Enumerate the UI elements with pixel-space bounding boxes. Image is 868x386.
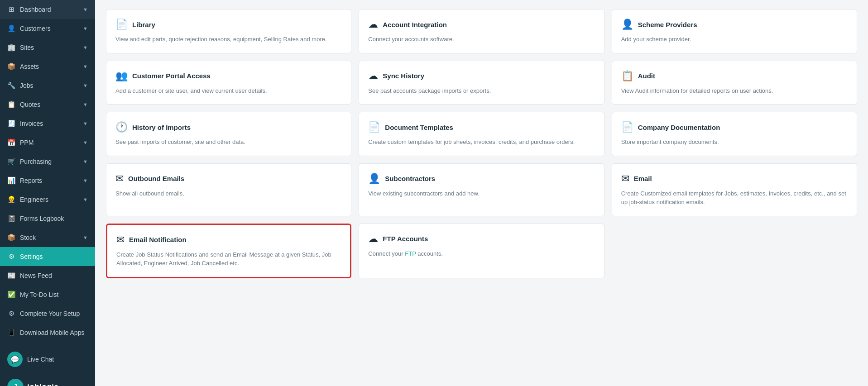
card-library[interactable]: 📄 Library View and edit parts, quote rej… <box>106 9 351 53</box>
live-chat-icon: 💬 <box>7 352 23 367</box>
ftp-accounts-title: FTP Accounts <box>383 235 428 243</box>
company-documentation-title: Company Documentation <box>638 124 720 131</box>
account-integration-icon: ☁ <box>368 19 378 30</box>
sidebar-label-news-feed: News Feed <box>20 272 52 279</box>
email-title: Email <box>634 175 652 182</box>
outbound-emails-icon: ✉ <box>115 173 124 185</box>
sidebar-item-engineers[interactable]: 👷 Engineers ▼ <box>0 190 95 209</box>
sidebar-item-live-chat[interactable]: 💬 Live Chat <box>0 346 95 372</box>
sidebar-item-forms-logbook[interactable]: 📓 Forms Logbook <box>0 209 95 228</box>
sidebar-item-my-to-do-list[interactable]: ✅ My To-Do List <box>0 285 95 304</box>
engineers-icon: 👷 <box>7 195 15 204</box>
outbound-emails-description: Show all outbound emails. <box>115 189 342 198</box>
sidebar-item-sites[interactable]: 🏢 Sites ▼ <box>0 38 95 57</box>
chevron-icon: ▼ <box>83 235 88 240</box>
settings-icon: ⚙ <box>7 253 15 261</box>
sync-history-description: See past accounts package imports or exp… <box>368 86 595 95</box>
sidebar-label-my-to-do-list: My To-Do List <box>20 291 58 298</box>
scheme-providers-title: Scheme Providers <box>638 21 697 29</box>
library-icon: 📄 <box>115 19 128 30</box>
library-description: View and edit parts, quote rejection rea… <box>115 35 342 44</box>
card-account-integration[interactable]: ☁ Account Integration Connect your accou… <box>359 9 604 53</box>
card-subcontractors[interactable]: 👤 Subcontractors View existing subcontra… <box>359 163 604 216</box>
sidebar-item-customers[interactable]: 👤 Customers ▼ <box>0 19 95 38</box>
sidebar-label-forms-logbook: Forms Logbook <box>20 215 64 222</box>
card-document-templates[interactable]: 📄 Document Templates Create custom templ… <box>359 112 604 156</box>
card-sync-history[interactable]: ☁ Sync History See past accounts package… <box>359 61 604 105</box>
scheme-providers-icon: 👤 <box>621 19 633 30</box>
sidebar-label-download-mobile-apps: Download Mobile Apps <box>20 329 84 336</box>
reports-icon: 📊 <box>7 176 15 185</box>
sidebar: ⊞ Dashboard ▼ 👤 Customers ▼ 🏢 Sites ▼ 📦 … <box>0 0 95 386</box>
scheme-providers-description: Add your scheme provider. <box>621 35 848 44</box>
chevron-icon: ▼ <box>83 178 88 183</box>
email-notification-description: Create Job Status Notifications and send… <box>116 250 341 268</box>
main-content: 📄 Library View and edit parts, quote rej… <box>95 0 868 386</box>
history-of-imports-title: History of Imports <box>132 124 191 131</box>
my-to-do-list-icon: ✅ <box>7 291 15 299</box>
audit-description: View Audit information for detailed repo… <box>621 86 848 95</box>
email-notification-icon: ✉ <box>116 234 125 246</box>
card-email[interactable]: ✉ Email Create Customized email template… <box>612 163 857 216</box>
invoices-icon: 🧾 <box>7 119 15 128</box>
logo-icon: J <box>7 379 24 386</box>
chevron-icon: ▼ <box>83 45 88 50</box>
download-mobile-apps-icon: 📱 <box>7 329 15 337</box>
sidebar-item-download-mobile-apps[interactable]: 📱 Download Mobile Apps <box>0 323 95 342</box>
settings-cards-grid: 📄 Library View and edit parts, quote rej… <box>106 9 857 278</box>
ftp-accounts-icon: ☁ <box>368 233 378 245</box>
sidebar-item-jobs[interactable]: 🔧 Jobs ▼ <box>0 76 95 95</box>
library-title: Library <box>132 21 155 29</box>
document-templates-icon: 📄 <box>368 121 380 133</box>
sync-history-icon: ☁ <box>368 70 378 82</box>
document-templates-description: Create custom templates for job sheets, … <box>368 138 595 147</box>
sidebar-label-complete-your-setup: Complete Your Setup <box>20 310 80 317</box>
card-history-of-imports[interactable]: 🕐 History of Imports See past imports of… <box>106 112 351 156</box>
sidebar-label-settings: Settings <box>20 253 43 260</box>
ppm-icon: 📅 <box>7 138 15 147</box>
sidebar-item-quotes[interactable]: 📋 Quotes ▼ <box>0 95 95 114</box>
card-audit[interactable]: 📋 Audit View Audit information for detai… <box>612 61 857 105</box>
sidebar-item-settings[interactable]: ⚙ Settings <box>0 247 95 266</box>
dashboard-icon: ⊞ <box>7 5 15 14</box>
sidebar-label-engineers: Engineers <box>20 196 48 203</box>
chevron-icon: ▼ <box>83 197 88 202</box>
sidebar-item-dashboard[interactable]: ⊞ Dashboard ▼ <box>0 0 95 19</box>
card-email-notification[interactable]: ✉ Email Notification Create Job Status N… <box>106 224 351 278</box>
sidebar-label-customers: Customers <box>20 25 51 32</box>
sidebar-item-invoices[interactable]: 🧾 Invoices ▼ <box>0 114 95 133</box>
sidebar-label-sites: Sites <box>20 44 34 51</box>
document-templates-title: Document Templates <box>385 124 453 131</box>
subcontractors-icon: 👤 <box>368 173 380 185</box>
sites-icon: 🏢 <box>7 43 15 52</box>
email-icon: ✉ <box>621 173 629 185</box>
sidebar-item-complete-your-setup[interactable]: ⚙ Complete Your Setup <box>0 304 95 323</box>
sidebar-item-news-feed[interactable]: 📰 News Feed <box>0 266 95 285</box>
card-scheme-providers[interactable]: 👤 Scheme Providers Add your scheme provi… <box>612 9 857 53</box>
sidebar-item-stock[interactable]: 📦 Stock ▼ <box>0 228 95 247</box>
sidebar-item-ppm[interactable]: 📅 PPM ▼ <box>0 133 95 152</box>
chevron-icon: ▼ <box>83 140 88 145</box>
ftp-link[interactable]: FTP <box>405 250 416 257</box>
chevron-icon: ▼ <box>83 7 88 12</box>
customers-icon: 👤 <box>7 24 15 33</box>
card-company-documentation[interactable]: 📄 Company Documentation Store important … <box>612 112 857 156</box>
forms-logbook-icon: 📓 <box>7 214 15 223</box>
history-of-imports-icon: 🕐 <box>115 121 128 133</box>
card-customer-portal-access[interactable]: 👥 Customer Portal Access Add a customer … <box>106 61 351 105</box>
complete-your-setup-icon: ⚙ <box>7 310 15 318</box>
sidebar-item-purchasing[interactable]: 🛒 Purchasing ▼ <box>0 152 95 171</box>
customer-portal-access-description: Add a customer or site user, and view cu… <box>115 86 342 95</box>
sidebar-item-assets[interactable]: 📦 Assets ▼ <box>0 57 95 76</box>
account-integration-description: Connect your accounts software. <box>368 35 595 44</box>
card-ftp-accounts[interactable]: ☁ FTP Accounts Connect your FTP accounts… <box>359 224 604 278</box>
card-outbound-emails[interactable]: ✉ Outbound Emails Show all outbound emai… <box>106 163 351 216</box>
sidebar-label-dashboard: Dashboard <box>20 6 51 13</box>
sidebar-label-stock: Stock <box>20 234 36 241</box>
sidebar-label-ppm: PPM <box>20 139 34 146</box>
chevron-icon: ▼ <box>83 121 88 126</box>
chevron-icon: ▼ <box>83 159 88 164</box>
ftp-accounts-description: Connect your FTP accounts. <box>368 249 595 258</box>
email-notification-title: Email Notification <box>129 236 187 243</box>
sidebar-item-reports[interactable]: 📊 Reports ▼ <box>0 171 95 190</box>
